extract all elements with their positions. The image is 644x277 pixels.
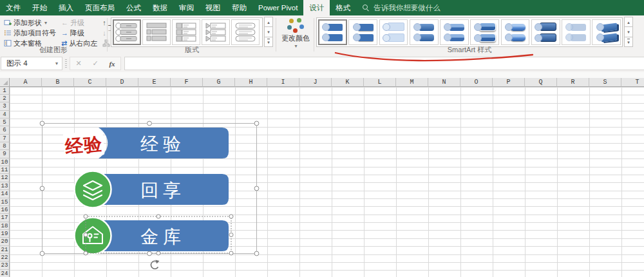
tab-file[interactable]: 文件 — [0, 0, 26, 15]
layout-thumbnail-2[interactable] — [142, 19, 171, 45]
tab-help[interactable]: 帮助 — [226, 0, 252, 15]
row-header[interactable]: 8 — [0, 142, 10, 150]
column-header[interactable]: B — [42, 78, 74, 87]
row-header[interactable]: 23 — [0, 262, 10, 269]
change-colors-button[interactable]: 更改颜色 ▾ — [278, 17, 313, 54]
group-label-create-graphic: 创建图形 — [0, 45, 107, 55]
row-header[interactable]: 9 — [0, 150, 10, 158]
row-header[interactable]: 1 — [0, 87, 10, 95]
row-header[interactable]: 6 — [0, 126, 10, 134]
smartart-canvas[interactable]: 经验 经验 回享 金库 — [35, 116, 267, 277]
name-box-dropdown-icon[interactable]: ▾ — [52, 61, 62, 66]
column-header[interactable]: A — [10, 78, 42, 87]
smartart-item-2[interactable]: 回享 — [75, 171, 229, 208]
demote-button[interactable]: → 降级 — [60, 28, 99, 38]
column-header[interactable]: T — [621, 78, 644, 87]
tab-review[interactable]: 审阅 — [173, 0, 200, 15]
enter-button[interactable]: ✓ — [87, 59, 104, 68]
add-shape-label: 添加形状 — [14, 18, 42, 28]
row-header[interactable]: 24 — [0, 270, 10, 277]
name-box[interactable]: 图示 4 ▾ — [1, 57, 62, 70]
row-header[interactable]: 13 — [0, 182, 10, 190]
row-header[interactable]: 21 — [0, 246, 10, 254]
row-header[interactable]: 15 — [0, 198, 10, 206]
column-header[interactable]: R — [557, 78, 589, 87]
column-header[interactable]: F — [171, 78, 203, 87]
layout-thumbnail-4[interactable] — [202, 19, 230, 45]
column-header[interactable]: E — [138, 78, 171, 87]
tell-me-search[interactable]: 告诉我你想要做什么 — [356, 0, 440, 15]
column-header[interactable]: G — [203, 78, 235, 87]
smartart-item-3[interactable]: 金库 — [75, 215, 234, 255]
column-header[interactable]: S — [589, 78, 621, 87]
styles-scroll-up-button[interactable]: ▴ — [624, 17, 633, 27]
smartart-style-1-selected[interactable] — [318, 19, 347, 45]
stamp-logo-image[interactable]: 经验 — [62, 130, 104, 158]
row-header[interactable]: 17 — [0, 214, 10, 222]
styles-scroll-down-button[interactable]: ▾ — [624, 26, 633, 37]
column-header[interactable]: J — [299, 78, 332, 87]
row-header[interactable]: 11 — [0, 166, 10, 174]
row-header[interactable]: 19 — [0, 230, 10, 238]
row-header[interactable]: 14 — [0, 190, 10, 198]
smartart-style-5[interactable] — [440, 19, 469, 45]
column-header[interactable]: Q — [525, 78, 557, 87]
column-header[interactable]: I — [267, 78, 299, 87]
row-header[interactable]: 3 — [0, 102, 10, 110]
insert-function-button[interactable]: fx — [104, 60, 120, 68]
cancel-button[interactable]: ✕ — [70, 59, 87, 68]
row-header[interactable]: 20 — [0, 238, 10, 245]
tab-power-pivot[interactable]: Power Pivot — [252, 0, 303, 15]
add-shape-button[interactable]: 添加形状 ▾ — [3, 17, 57, 28]
column-header[interactable]: N — [428, 78, 460, 87]
column-header[interactable]: M — [396, 78, 428, 87]
formula-bar-buttons: ✕ ✓ fx — [70, 57, 121, 70]
smartart-style-6[interactable] — [470, 19, 499, 45]
rotation-handle-icon[interactable] — [151, 260, 159, 269]
formula-bar-resize-handle[interactable] — [65, 59, 67, 68]
tab-data[interactable]: 数据 — [147, 0, 173, 15]
smartart-style-9[interactable] — [562, 19, 591, 45]
column-header[interactable]: P — [493, 78, 525, 87]
layout-thumbnail-3[interactable] — [172, 19, 200, 45]
tab-formulas[interactable]: 公式 — [120, 0, 147, 15]
tab-view[interactable]: 视图 — [200, 0, 226, 15]
layouts-scroll-up-button[interactable]: ▴ — [264, 17, 273, 27]
formula-input[interactable] — [124, 57, 644, 70]
row-header[interactable]: 10 — [0, 158, 10, 166]
row-header[interactable]: 5 — [0, 119, 10, 126]
row-header[interactable]: 2 — [0, 95, 10, 102]
column-header[interactable]: L — [364, 78, 396, 87]
search-icon — [363, 5, 370, 12]
layouts-scroll-down-button[interactable]: ▾ — [264, 26, 273, 37]
tab-home[interactable]: 开始 — [26, 0, 53, 15]
tab-format[interactable]: 格式 — [330, 0, 356, 15]
column-header[interactable]: O — [460, 78, 493, 87]
smartart-style-2[interactable] — [348, 19, 377, 45]
smartart-style-3[interactable] — [379, 19, 408, 45]
promote-button[interactable]: ← 升级 — [60, 17, 99, 28]
styles-gallery-more-button[interactable]: ▾ — [624, 37, 633, 47]
tab-design[interactable]: 设计 — [303, 0, 330, 15]
row-header[interactable]: 7 — [0, 135, 10, 142]
column-header[interactable]: D — [106, 78, 138, 87]
column-header[interactable]: K — [332, 78, 364, 87]
row-header[interactable]: 16 — [0, 206, 10, 214]
row-header[interactable]: 12 — [0, 174, 10, 182]
select-all-corner[interactable] — [0, 78, 10, 87]
tab-page-layout[interactable]: 页面布局 — [79, 0, 120, 15]
smartart-style-10[interactable] — [592, 19, 621, 45]
layout-thumbnail-1-selected[interactable] — [113, 19, 141, 45]
layout-thumbnail-5[interactable] — [231, 19, 260, 45]
smartart-style-4[interactable] — [410, 19, 439, 45]
smartart-item-1[interactable]: 经验 经验 — [62, 128, 229, 158]
row-header[interactable]: 18 — [0, 222, 10, 230]
column-header[interactable]: H — [235, 78, 267, 87]
tab-insert[interactable]: 插入 — [53, 0, 79, 15]
column-header[interactable]: C — [74, 78, 106, 87]
row-header[interactable]: 22 — [0, 254, 10, 262]
add-bullet-button[interactable]: 添加项目符号 — [3, 28, 57, 38]
row-header[interactable]: 4 — [0, 111, 10, 119]
smartart-style-7[interactable] — [501, 19, 530, 45]
smartart-style-8[interactable] — [531, 19, 560, 45]
